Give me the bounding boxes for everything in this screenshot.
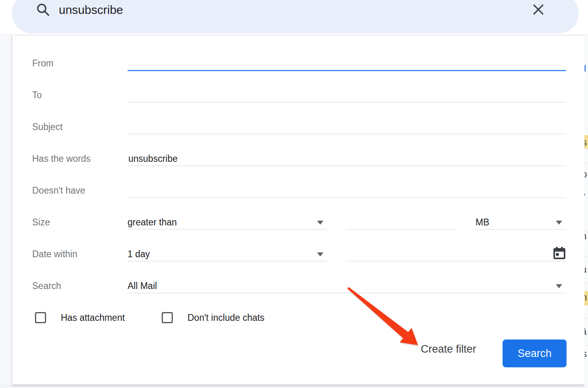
- doesnt-have-underline: [128, 197, 566, 198]
- email-text-fragment: n: [584, 231, 586, 242]
- has-words-underline: [128, 165, 566, 166]
- close-icon: [532, 3, 545, 16]
- checkbox-dont-include-chats[interactable]: [162, 312, 173, 323]
- advanced-search-panel: From To Subject Has the words unsubscrib…: [12, 35, 585, 385]
- dropdown-arrow-icon: [556, 284, 562, 288]
- search-scope-underline: [128, 293, 566, 293]
- size-operator-dropdown[interactable]: greater than: [128, 216, 177, 228]
- size-amount-underline: [346, 229, 457, 230]
- subject-label: Subject: [32, 121, 63, 133]
- size-unit-dropdown[interactable]: MB: [476, 216, 489, 228]
- email-text-fragment: s: [584, 348, 587, 359]
- search-scope-label: Search: [32, 280, 61, 292]
- date-within-label: Date within: [32, 248, 77, 260]
- has-words-input[interactable]: unsubscribe: [128, 153, 178, 165]
- size-label: Size: [32, 216, 50, 228]
- to-label: To: [32, 89, 42, 101]
- page-background-bottom: [0, 384, 588, 388]
- dropdown-arrow-icon: [556, 221, 562, 225]
- calendar-icon[interactable]: [553, 246, 566, 260]
- size-unit-underline: [476, 229, 566, 230]
- search-submit-button[interactable]: Search: [503, 340, 567, 367]
- from-label: From: [32, 57, 54, 69]
- checkbox-has-attachment[interactable]: [35, 312, 46, 323]
- doesnt-have-label: Doesn't have: [32, 184, 85, 196]
- page-background-left: [0, 33, 12, 388]
- email-text-fragment: u: [584, 264, 586, 275]
- search-bar[interactable]: unsubscribe: [12, 0, 578, 33]
- gmail-search-filter-screen: unsubscribe From To Subject Has the word…: [0, 0, 588, 388]
- dont-include-chats-label: Don't include chats: [188, 312, 265, 324]
- date-underline: [346, 261, 566, 262]
- create-filter-button[interactable]: Create filter: [421, 342, 476, 356]
- occluded-email-list-strip: d s o ' n u n ä s: [584, 33, 588, 388]
- size-operator-underline: [128, 229, 327, 230]
- search-scope-dropdown[interactable]: All Mail: [128, 280, 157, 292]
- email-text-fragment: s: [584, 137, 587, 148]
- to-underline: [128, 102, 566, 103]
- email-text-fragment: ': [584, 192, 586, 203]
- date-range-dropdown[interactable]: 1 day: [128, 248, 150, 260]
- search-icon: [36, 2, 50, 17]
- email-text-fragment: ä: [584, 326, 586, 337]
- from-underline: [128, 70, 566, 71]
- search-input[interactable]: unsubscribe: [59, 2, 123, 17]
- email-text-fragment: d: [584, 63, 586, 74]
- has-words-label: Has the words: [32, 153, 91, 165]
- dropdown-arrow-icon: [317, 221, 323, 225]
- email-text-fragment: o: [584, 169, 587, 180]
- close-search-button[interactable]: [530, 1, 547, 18]
- date-range-underline: [128, 261, 327, 262]
- has-attachment-label: Has attachment: [61, 312, 125, 324]
- subject-underline: [128, 134, 566, 134]
- dropdown-arrow-icon: [317, 252, 323, 256]
- email-text-fragment: n: [584, 292, 587, 303]
